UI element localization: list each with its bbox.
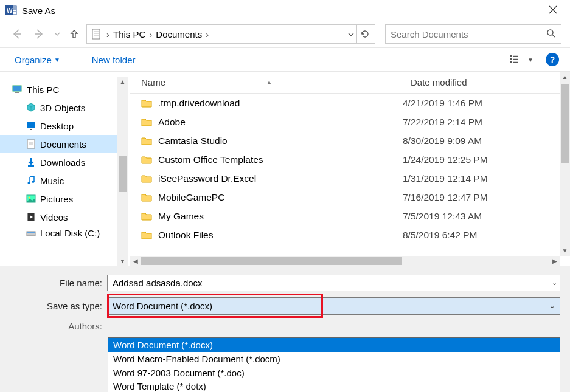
folder-icon xyxy=(141,137,152,145)
type-option[interactable]: Word Document (*.docx) xyxy=(108,338,560,352)
new-folder-button[interactable]: New folder xyxy=(88,52,139,67)
help-button[interactable]: ? xyxy=(546,53,559,66)
file-date: 1/31/2019 12:14 PM xyxy=(403,173,570,184)
breadcrumb-documents[interactable]: Documents xyxy=(153,29,204,40)
chevron-right-icon[interactable]: › xyxy=(105,29,111,40)
new-folder-label: New folder xyxy=(92,55,136,65)
scroll-right-icon[interactable]: ▶ xyxy=(549,258,560,264)
navigation-bar: › This PC › Documents › xyxy=(0,21,570,47)
file-name: MobileGamePC xyxy=(158,192,224,203)
file-row[interactable]: Adobe7/22/2019 2:14 PM xyxy=(130,112,570,131)
filename-input[interactable]: Addsad adsasda.docx ⌄ xyxy=(107,275,560,291)
tree-label: Videos xyxy=(40,212,68,222)
horizontal-scrollbar[interactable]: ◀ ▶ xyxy=(130,256,560,266)
type-option[interactable]: Word Macro-Enabled Document (*.docm) xyxy=(108,352,560,366)
search-input[interactable] xyxy=(391,29,546,40)
file-name: Adobe xyxy=(158,117,186,128)
type-option[interactable]: Word Template (* dotx) xyxy=(108,380,560,392)
window-title: Save As xyxy=(22,5,541,16)
organize-button[interactable]: Organize ▼ xyxy=(11,52,64,67)
tree-this-pc[interactable]: This PC xyxy=(0,80,128,98)
organize-label: Organize xyxy=(15,55,52,65)
scroll-up-icon[interactable]: ▲ xyxy=(117,77,128,87)
chevron-down-icon[interactable]: ⌄ xyxy=(552,279,557,287)
folder-icon xyxy=(141,118,152,126)
svg-rect-1 xyxy=(13,6,16,15)
tree-label: Music xyxy=(40,176,64,186)
svg-point-33 xyxy=(29,197,30,199)
svg-point-31 xyxy=(32,181,35,183)
tree-music[interactable]: Music xyxy=(0,171,128,190)
vertical-scrollbar[interactable]: ▲ ▼ xyxy=(560,72,570,256)
scroll-down-icon[interactable]: ▼ xyxy=(560,246,570,256)
cube-icon xyxy=(26,102,36,113)
svg-rect-10 xyxy=(92,29,100,39)
recent-locations-dropdown[interactable] xyxy=(52,26,62,43)
file-row[interactable]: iSeePassword Dr.Excel1/31/2019 12:14 PM xyxy=(130,169,570,188)
tree-local-disk[interactable]: Local Disk (C:) xyxy=(0,226,128,241)
tree-label: This PC xyxy=(27,84,59,95)
document-location-icon xyxy=(89,27,103,41)
tree-scrollbar[interactable]: ▲ ▼ xyxy=(117,77,128,266)
file-row[interactable]: .tmp.drivedownload4/21/2019 1:46 PM xyxy=(130,94,570,112)
scroll-left-icon[interactable]: ◀ xyxy=(130,258,141,264)
file-name: .tmp.drivedownload xyxy=(158,98,240,109)
svg-line-15 xyxy=(552,35,555,37)
svg-point-14 xyxy=(547,30,553,35)
filename-label: File name: xyxy=(10,278,107,288)
chevron-down-icon[interactable]: ⌄ xyxy=(549,302,555,310)
svg-rect-36 xyxy=(34,213,35,221)
search-box[interactable] xyxy=(385,24,561,44)
tree-pictures[interactable]: Pictures xyxy=(0,190,128,208)
address-dropdown-icon[interactable] xyxy=(346,29,356,40)
desktop-icon xyxy=(26,120,36,131)
tree-desktop[interactable]: Desktop xyxy=(0,117,128,135)
folder-icon xyxy=(141,156,152,164)
disk-icon xyxy=(26,228,36,239)
tree-label: Documents xyxy=(40,139,86,150)
tree-documents[interactable]: Documents xyxy=(0,135,128,153)
file-row[interactable]: MobileGamePC7/16/2019 12:47 PM xyxy=(130,188,570,207)
scroll-up-icon[interactable]: ▲ xyxy=(560,72,570,82)
scroll-thumb[interactable] xyxy=(561,84,569,163)
command-bar: Organize ▼ New folder ▼ ? xyxy=(0,47,570,72)
type-label: Save as type: xyxy=(10,301,107,311)
folder-icon xyxy=(141,193,152,202)
forward-button[interactable] xyxy=(30,26,47,43)
file-row[interactable]: Outlook Files8/5/2019 6:42 PM xyxy=(130,225,570,244)
svg-rect-18 xyxy=(510,61,512,63)
type-dropdown-list: Word Document (*.docx) Word Macro-Enable… xyxy=(108,337,560,392)
scroll-thumb[interactable] xyxy=(141,257,402,265)
up-button[interactable] xyxy=(67,26,82,43)
file-row[interactable]: Camtasia Studio8/30/2019 9:09 AM xyxy=(130,131,570,150)
chevron-down-icon: ▼ xyxy=(527,57,534,63)
file-row[interactable]: My Games7/5/2019 12:43 AM xyxy=(130,207,570,225)
tree-label: Pictures xyxy=(40,194,73,204)
tree-videos[interactable]: Videos xyxy=(0,208,128,226)
column-date-header[interactable]: Date modified xyxy=(411,77,570,88)
search-icon[interactable] xyxy=(546,29,556,40)
scroll-thumb[interactable] xyxy=(119,156,127,192)
back-button[interactable] xyxy=(9,26,26,43)
svg-rect-16 xyxy=(510,55,512,57)
file-row[interactable]: Custom Office Templates1/24/2019 12:25 P… xyxy=(130,150,570,169)
tree-3d-objects[interactable]: 3D Objects xyxy=(0,98,128,117)
scroll-down-icon[interactable]: ▼ xyxy=(117,256,128,266)
address-bar[interactable]: › This PC › Documents › xyxy=(86,24,375,44)
tree-downloads[interactable]: Downloads xyxy=(0,153,128,171)
type-value: Word Document (*.docx) xyxy=(113,301,212,311)
svg-rect-17 xyxy=(510,58,512,60)
type-option[interactable]: Word 97-2003 Document (*.doc) xyxy=(108,366,560,380)
close-button[interactable] xyxy=(541,4,565,17)
refresh-button[interactable] xyxy=(356,25,372,43)
view-options-button[interactable]: ▼ xyxy=(507,53,536,66)
column-name-header[interactable]: Name ▲ xyxy=(141,77,403,88)
word-app-icon: W xyxy=(5,4,17,16)
svg-rect-25 xyxy=(30,129,32,130)
save-as-type-dropdown[interactable]: Word Document (*.docx) ⌄ xyxy=(107,297,560,315)
breadcrumb-this-pc[interactable]: This PC xyxy=(111,29,148,40)
chevron-right-icon[interactable]: › xyxy=(148,29,153,40)
chevron-right-icon[interactable]: › xyxy=(204,29,210,40)
navigation-tree: This PC 3D Objects Desktop Documents Dow… xyxy=(0,72,128,266)
file-date: 1/24/2019 12:25 PM xyxy=(403,154,570,165)
